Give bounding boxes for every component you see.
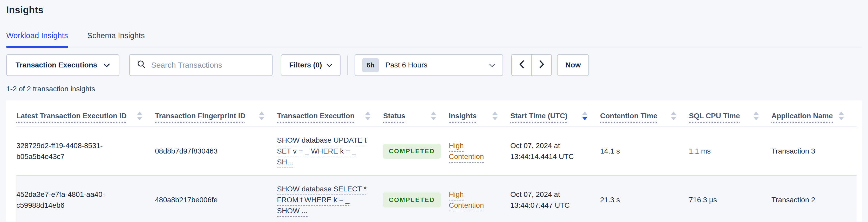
column-header-label[interactable]: Transaction Execution [277,111,354,121]
column-header-fingerprint-id: Transaction Fingerprint ID [155,100,277,127]
sort-toggle-icon[interactable] [137,112,143,120]
column-header-application-name: Application Name [771,100,857,127]
column-header-label[interactable]: Status [383,111,405,121]
column-header-label[interactable]: Latest Transaction Execution ID [17,111,127,121]
column-header-start-time: Start Time (UTC) [510,100,600,127]
cell-application-name: Transaction 3 [771,127,857,176]
cell-application-name: Transaction 2 [771,176,857,222]
chevron-right-icon [539,60,545,70]
insights-table-card: Latest Transaction Execution ID Transact… [6,100,862,222]
column-header-execution-id: Latest Transaction Execution ID [17,100,155,127]
now-button[interactable]: Now [557,54,589,76]
execution-type-dropdown[interactable]: Transaction Executions [6,54,119,76]
transaction-query-link[interactable]: SHOW database SELECT * FROM t WHERE k = … [277,185,367,215]
table-header-row: Latest Transaction Execution ID Transact… [17,100,857,127]
execution-type-dropdown-label: Transaction Executions [16,61,97,69]
column-header-contention-time: Contention Time [600,100,689,127]
toolbar-divider [347,56,348,75]
cell-insights: High Contention [449,127,510,176]
search-box [129,54,273,76]
toolbar: Transaction Executions Filters (0) 6h Pa… [6,54,862,76]
table-row: 328729d2-ff19-4408-8531-b05a5b4e43c7 08d… [17,127,857,176]
time-range-picker[interactable]: 6h Past 6 Hours [354,54,503,76]
column-header-label[interactable]: SQL CPU Time [689,111,740,121]
cell-fingerprint-id: 08d8b7d97f830463 [155,127,277,176]
cell-execution-id: 452da3e7-e7fa-4801-aa40-c59988d14eb6 [17,176,155,222]
insights-page: Insights Workload Insights Schema Insigh… [0,0,868,222]
search-icon [137,60,146,70]
column-header-status: Status [383,100,449,127]
cell-transaction-execution: SHOW database SELECT * FROM t WHERE k = … [277,176,383,222]
insight-link[interactable]: High Contention [449,189,493,211]
previous-time-range-button[interactable] [512,54,532,76]
cell-start-time: Oct 07, 2024 at 13:44:07.447 UTC [510,176,600,222]
cell-contention-time: 14.1 s [600,127,689,176]
chevron-down-icon [489,61,495,69]
search-input[interactable] [151,61,265,69]
column-header-insights: Insights [449,100,510,127]
tab-workload-insights[interactable]: Workload Insights [6,31,68,47]
filters-button[interactable]: Filters (0) [281,54,341,76]
time-range-label: Past 6 Hours [385,61,428,69]
status-badge: COMPLETED [383,144,441,159]
cell-contention-time: 21.3 s [600,176,689,222]
sort-toggle-icon[interactable] [671,112,676,120]
column-header-sql-cpu-time: SQL CPU Time [689,100,771,127]
cell-fingerprint-id: 480a8b217be006fe [155,176,277,222]
sort-toggle-icon[interactable] [753,112,759,120]
results-count: 1-2 of 2 transaction insights [6,85,862,93]
column-header-transaction-execution: Transaction Execution [277,100,383,127]
table-row: 452da3e7-e7fa-4801-aa40-c59988d14eb6 480… [17,176,857,222]
cell-insights: High Contention [449,176,510,222]
column-header-label[interactable]: Insights [449,111,476,121]
column-header-label[interactable]: Start Time (UTC) [510,111,567,121]
sort-toggle-icon[interactable] [838,112,844,120]
sort-toggle-icon[interactable] [492,112,498,120]
filters-button-label: Filters (0) [289,61,322,69]
column-header-label[interactable]: Application Name [771,111,833,121]
cell-transaction-execution: SHOW database UPDATE t SET v = _ WHERE k… [277,127,383,176]
insight-link[interactable]: High Contention [449,140,493,162]
chevron-left-icon [519,60,525,70]
column-header-label[interactable]: Contention Time [600,111,657,121]
tab-bar: Workload Insights Schema Insights [6,31,862,47]
cell-sql-cpu-time: 1.1 ms [689,127,771,176]
transaction-insights-table: Latest Transaction Execution ID Transact… [17,100,857,222]
cell-status: COMPLETED [383,176,449,222]
chevron-down-icon [103,61,110,69]
cell-start-time: Oct 07, 2024 at 13:44:14.4414 UTC [510,127,600,176]
column-header-label[interactable]: Transaction Fingerprint ID [155,111,245,121]
cell-status: COMPLETED [383,127,449,176]
cell-sql-cpu-time: 716.3 µs [689,176,771,222]
next-time-range-button[interactable] [532,54,552,76]
page-title: Insights [6,0,862,15]
transaction-query-link[interactable]: SHOW database UPDATE t SET v = _ WHERE k… [277,136,367,166]
sort-toggle-icon-active-desc[interactable] [582,112,588,120]
sort-toggle-icon[interactable] [431,112,436,120]
sort-toggle-icon[interactable] [259,112,265,120]
sort-toggle-icon[interactable] [365,112,371,120]
cell-execution-id: 328729d2-ff19-4408-8531-b05a5b4e43c7 [17,127,155,176]
chevron-down-icon [327,61,332,69]
time-range-pager [512,54,552,76]
time-preset-badge: 6h [362,58,378,72]
status-badge: COMPLETED [383,192,441,208]
tab-schema-insights[interactable]: Schema Insights [87,31,145,47]
